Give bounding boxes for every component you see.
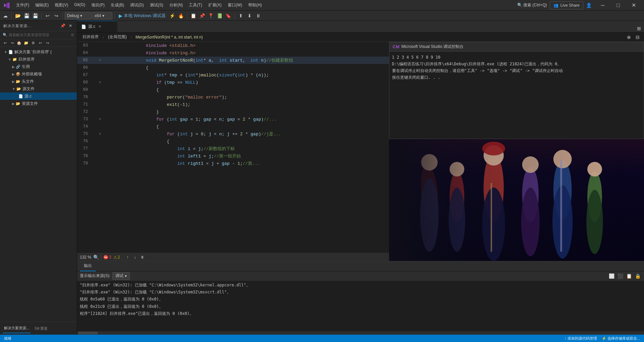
- sidebar-pin[interactable]: 📌: [60, 23, 66, 29]
- scrollbar-thumb[interactable]: [78, 332, 98, 334]
- status-ready[interactable]: 就绪: [3, 336, 13, 341]
- nav-down[interactable]: ↓: [132, 254, 138, 260]
- menu-help[interactable]: 帮助(H): [246, 1, 265, 9]
- menu-window[interactable]: 窗口(W): [225, 1, 245, 9]
- toolbar-new[interactable]: ☁: [1, 12, 9, 20]
- toolbar-redo[interactable]: ↪: [52, 12, 60, 20]
- toolbar-save-all[interactable]: 💾: [31, 12, 39, 20]
- bc-project[interactable]: 归并排序: [80, 33, 101, 41]
- config-dropdown[interactable]: Debug ▾: [65, 12, 92, 19]
- source-dropdown[interactable]: 调试 ▾: [112, 272, 130, 280]
- zoom-bar: 132 % 🔍 ⛔ 3 ⚠ 2 ↑ ↓: [77, 253, 389, 261]
- error-badge[interactable]: ⛔ 3: [103, 255, 111, 260]
- tab-source-c[interactable]: 📄 源.c ✕: [77, 21, 117, 32]
- toolbar-btn8[interactable]: ⏸: [254, 12, 262, 20]
- zoom-icon[interactable]: 🔍: [93, 255, 99, 260]
- search-placeholder[interactable]: 搜索解决方案资源管理器: [9, 32, 49, 38]
- live-share-button[interactable]: 👥 Live Share: [550, 1, 583, 9]
- menu-edit[interactable]: 编辑(E): [33, 1, 51, 9]
- tree-resource-files[interactable]: ▶ 📂 资源文件: [0, 100, 77, 107]
- tree-project[interactable]: ▼ 📁 归并排序: [0, 56, 77, 63]
- sb-btn3[interactable]: 🏠: [16, 40, 22, 46]
- tree-source-c[interactable]: 📄 源.c: [0, 92, 77, 100]
- sb-btn1[interactable]: ↩: [2, 40, 8, 46]
- toolbar-btn2[interactable]: 📌: [198, 12, 206, 20]
- menu-tools[interactable]: 工具(T): [186, 1, 205, 9]
- bc-scope[interactable]: (全局范围): [105, 33, 129, 41]
- fold-68[interactable]: ▼: [97, 81, 103, 84]
- toolbar-btn7[interactable]: ⬇: [246, 12, 254, 20]
- fold-75[interactable]: ▼: [97, 132, 103, 136]
- tree-solution[interactable]: ▼ 📄 解决方案 '归并排序' (: [0, 48, 77, 56]
- account-icon[interactable]: 👤: [586, 3, 592, 8]
- warning-badge[interactable]: ⚠ 2: [113, 255, 120, 260]
- toolbar-btn6[interactable]: ⬆: [237, 12, 245, 20]
- sb-btn4[interactable]: 📁: [23, 40, 29, 46]
- ct-79[interactable]: int right1 = j + gap - 1;//第...: [103, 155, 389, 172]
- et-btn1[interactable]: ⊕: [625, 33, 633, 41]
- fold-73[interactable]: ▼: [97, 118, 103, 121]
- start-debug-button[interactable]: ▶ 本地 Windows 调试器: [117, 12, 168, 19]
- menu-file[interactable]: 文件(F): [13, 1, 32, 9]
- search-box[interactable]: 🔍 搜索 (Ctrl+Q): [517, 2, 547, 8]
- toolbar-btn5[interactable]: 🔖: [224, 12, 232, 20]
- live-share-icon: 👥: [553, 3, 558, 8]
- minimize-button[interactable]: ─: [595, 0, 610, 11]
- close-button[interactable]: ✕: [626, 0, 641, 11]
- panel-btn4[interactable]: 🔒: [634, 272, 641, 280]
- menu-analyze[interactable]: 分析(N): [167, 1, 186, 9]
- toolbar-save[interactable]: 💾: [22, 12, 31, 20]
- menu-build[interactable]: 生成(B): [108, 1, 127, 9]
- bc-func[interactable]: MergeSortNonR(int * a, int start, int n): [133, 34, 205, 40]
- toolbar-undo[interactable]: ↩: [44, 12, 52, 20]
- tab-close[interactable]: ✕: [97, 24, 102, 29]
- toolbar-btn3[interactable]: 📍: [207, 12, 215, 20]
- menu-view[interactable]: 视图(V): [52, 1, 71, 9]
- panel-btn1[interactable]: ⬜: [608, 272, 615, 280]
- ln-63: 63: [77, 43, 91, 48]
- zoom-level[interactable]: 132 %: [80, 255, 91, 260]
- status-source-control[interactable]: ↑ 添加到源代码管理: [563, 336, 598, 341]
- bottom-tab-solution[interactable]: 解决方案资源...: [3, 323, 31, 333]
- sb-btn7[interactable]: ↪: [44, 40, 50, 46]
- sb-btn6[interactable]: ↩: [37, 40, 43, 46]
- panel-btn3[interactable]: 📋: [625, 272, 633, 280]
- ln-79: 79: [77, 161, 91, 166]
- zoom-sep: [101, 255, 101, 260]
- code-lines-container: 63 #include <stdlib.h> 64: [77, 42, 389, 253]
- tree-source-files[interactable]: ▼ 📂 源文件: [0, 85, 77, 92]
- nav-up[interactable]: ↑: [124, 254, 130, 260]
- menu-debug[interactable]: 调试(D): [127, 1, 147, 9]
- toolbar-btn4[interactable]: 📗: [216, 12, 224, 20]
- toolbar-btn1[interactable]: 📋: [190, 12, 198, 20]
- menu-test[interactable]: 测试(S): [147, 1, 166, 9]
- sidebar-close[interactable]: ✕: [67, 23, 73, 29]
- tree-header-files[interactable]: ▶ 📂 头文件: [0, 78, 77, 85]
- menu-project[interactable]: 项目(P): [89, 1, 107, 9]
- tree-references[interactable]: ▶ 🔗 引用: [0, 63, 77, 70]
- tree-external-deps[interactable]: ▶ 📦 外部依赖项: [0, 70, 77, 78]
- split-editor-btn[interactable]: ⊞: [635, 25, 643, 32]
- sidebar-bottom-tabs: 解决方案资源... Git 更改: [0, 322, 77, 335]
- menu-git[interactable]: Git(G): [71, 1, 88, 9]
- bottom-tab-git[interactable]: Git 更改: [33, 323, 49, 333]
- ln-65: 65: [77, 58, 91, 63]
- menu-extensions[interactable]: 扩展(X): [206, 1, 224, 9]
- et-btn2[interactable]: ⊟: [634, 33, 641, 41]
- toolbar-open[interactable]: 📂: [14, 12, 22, 20]
- nav-filter[interactable]: ⏸: [139, 254, 145, 260]
- sb-btn5[interactable]: ⚙: [30, 40, 36, 46]
- fold-65[interactable]: ▼: [97, 59, 103, 62]
- code-line-79: 79 int right1 = j + gap - 1;//第...: [77, 160, 389, 167]
- status-repo[interactable]: ⚡ 选择存储库或双击...: [600, 336, 641, 341]
- maximize-button[interactable]: □: [610, 0, 626, 11]
- toolbar-attach[interactable]: ⚡: [168, 12, 176, 20]
- solution-icon: 📄: [8, 50, 13, 54]
- sb-btn2[interactable]: ↪: [9, 40, 15, 46]
- search-btn[interactable]: ⚙: [71, 33, 74, 37]
- panel-btn2[interactable]: ⬛: [616, 272, 624, 280]
- toolbar-stop[interactable]: 🔥: [177, 12, 185, 20]
- platform-dropdown[interactable]: x64 ▾: [92, 12, 112, 19]
- panel-tab-output[interactable]: 输出: [80, 261, 96, 271]
- extdeps-label: 外部依赖项: [22, 71, 42, 77]
